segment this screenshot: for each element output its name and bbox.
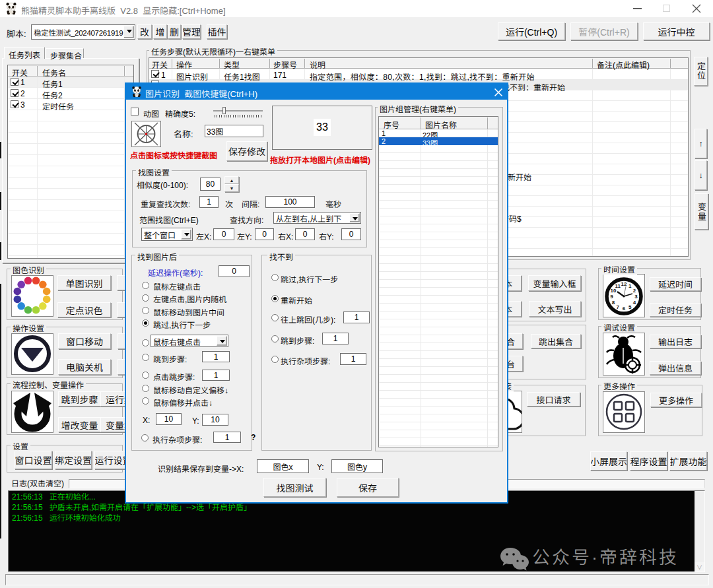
svg-text:9: 9 [610,294,613,300]
svg-text:11: 11 [615,283,621,289]
svg-text:5: 5 [628,304,632,310]
svg-text:2: 2 [633,288,636,294]
svg-text:8: 8 [612,300,615,306]
svg-text:12: 12 [621,281,627,287]
svg-text:1: 1 [628,283,632,289]
svg-text:7: 7 [617,304,620,310]
svg-text:6: 6 [623,306,626,311]
svg-text:4: 4 [633,300,636,306]
svg-text:3: 3 [634,294,638,300]
